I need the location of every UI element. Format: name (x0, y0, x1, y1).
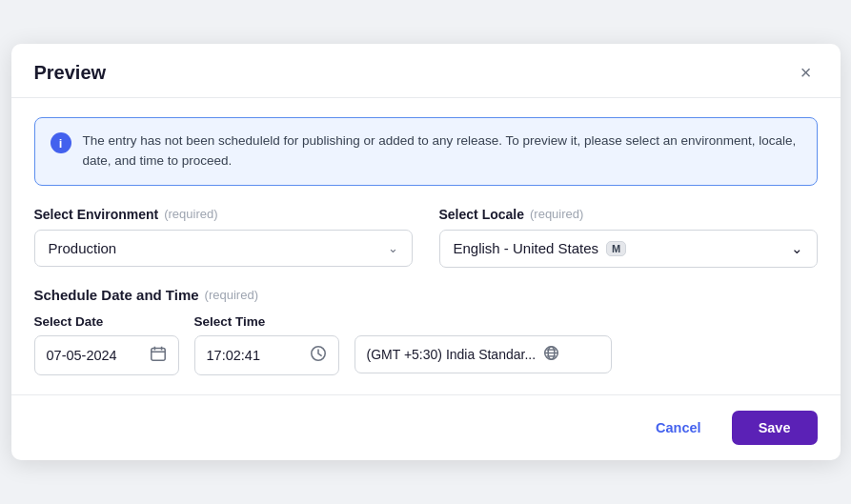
timezone-select[interactable]: (GMT +5:30) India Standar... (355, 335, 612, 373)
save-button[interactable]: Save (732, 411, 818, 445)
clock-icon (310, 345, 327, 366)
schedule-section-label: Schedule Date and Time (required) (34, 287, 818, 303)
time-group: Select Time (194, 314, 339, 375)
modal-footer: Cancel Save (11, 394, 841, 460)
locale-select[interactable]: English - United States M ⌄ (439, 230, 818, 268)
locale-label: Select Locale (required) (439, 207, 818, 222)
date-input[interactable] (47, 348, 142, 363)
environment-required: (required) (164, 207, 217, 221)
time-label: Select Time (194, 314, 339, 329)
time-input[interactable] (207, 348, 302, 363)
globe-icon (543, 345, 559, 364)
environment-group: Select Environment (required) Production… (34, 207, 413, 268)
date-input-wrapper (34, 335, 179, 375)
modal-overlay: Preview × i The entry has not been sched… (0, 0, 851, 504)
timezone-group: Timezone (GMT +5:30) India Standar... (355, 314, 612, 375)
modal-header: Preview × (11, 44, 841, 98)
cancel-button[interactable]: Cancel (637, 411, 720, 445)
modal: Preview × i The entry has not been sched… (11, 44, 841, 460)
env-locale-row: Select Environment (required) Production… (34, 207, 818, 268)
environment-label: Select Environment (required) (34, 207, 413, 222)
time-input-wrapper (194, 335, 339, 375)
close-button[interactable]: × (795, 61, 818, 84)
modal-body: i The entry has not been scheduleld for … (11, 98, 841, 375)
environment-chevron-icon: ⌄ (388, 241, 398, 255)
info-banner: i The entry has not been scheduleld for … (34, 117, 818, 186)
locale-group: Select Locale (required) English - Unite… (439, 207, 818, 268)
locale-master-badge: M (606, 241, 626, 256)
info-icon: i (51, 132, 71, 153)
environment-select[interactable]: Production ⌄ (34, 230, 413, 267)
date-group: Select Date (34, 314, 179, 375)
svg-rect-0 (151, 349, 164, 361)
modal-title: Preview (34, 62, 107, 84)
date-label: Select Date (34, 314, 179, 329)
locale-required: (required) (530, 207, 583, 221)
date-time-row: Select Date (34, 314, 818, 375)
banner-text: The entry has not been scheduleld for pu… (83, 131, 801, 171)
schedule-required: (required) (205, 288, 258, 302)
locale-chevron-icon: ⌄ (791, 240, 803, 257)
calendar-icon (150, 345, 167, 366)
